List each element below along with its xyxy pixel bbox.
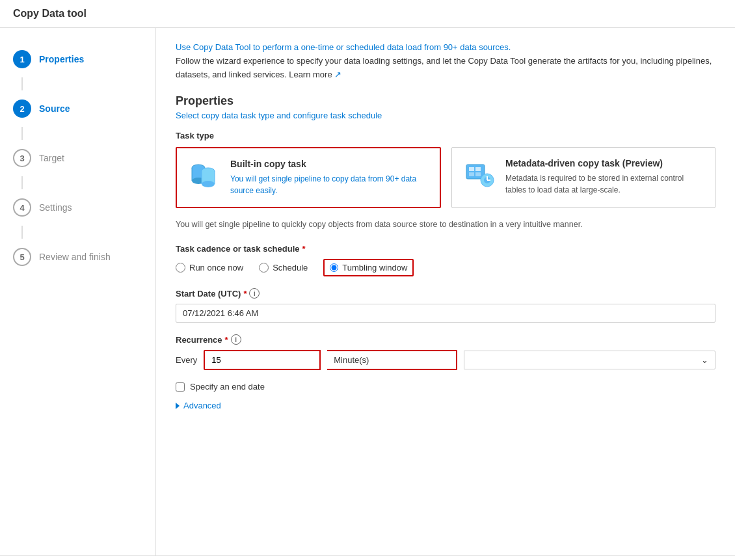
advanced-label: Advanced (183, 401, 221, 410)
app-title: Copy Data tool (13, 8, 87, 19)
info-line2: Follow the wizard experience to specify … (176, 55, 715, 82)
step-label-source: Source (39, 103, 70, 114)
radio-run-once[interactable]: Run once now (176, 263, 243, 273)
sidebar-item-review[interactable]: 5 Review and finish (0, 239, 155, 275)
svg-rect-13 (469, 172, 474, 176)
radio-schedule-input[interactable] (259, 263, 269, 273)
start-date-label: Start Date (UTC) * i (176, 288, 715, 299)
step-connector-3-4 (21, 176, 23, 189)
builtin-icon (187, 159, 221, 193)
recurrence-info-icon[interactable]: i (231, 334, 241, 345)
builtin-card-title: Built-in copy task (230, 159, 429, 169)
app-header: Copy Data tool (0, 0, 735, 28)
builtin-card-desc: You will get single pipeline to copy dat… (230, 173, 429, 196)
specify-end-date-row: Specify an end date (176, 382, 715, 392)
task-card-builtin[interactable]: Built-in copy task You will get single p… (176, 147, 441, 208)
step-circle-2: 2 (13, 100, 31, 118)
step-label-settings: Settings (39, 202, 72, 213)
section-title: Properties (176, 94, 715, 108)
step-label-review: Review and finish (39, 252, 111, 262)
radio-run-once-label: Run once now (189, 263, 243, 273)
start-date-info-icon[interactable]: i (249, 288, 260, 299)
advanced-row[interactable]: Advanced (176, 401, 715, 410)
step-label-properties: Properties (39, 54, 84, 64)
radio-tumbling[interactable]: Tumbling window (323, 259, 414, 276)
pipeline-note: You will get single pipeline to quickly … (176, 219, 715, 231)
recurrence-label: Recurrence * i (176, 334, 715, 345)
step-circle-3: 3 (13, 149, 31, 167)
dropdown-chevron-icon: ⌄ (701, 355, 708, 365)
sidebar-item-settings[interactable]: 4 Settings (0, 189, 155, 226)
radio-schedule-label: Schedule (273, 263, 308, 273)
task-cadence-label: Task cadence or task schedule * (176, 244, 715, 254)
svg-rect-11 (469, 167, 474, 171)
recurrence-required: * (225, 335, 228, 345)
radio-tumbling-input[interactable] (330, 263, 338, 272)
task-cards: Built-in copy task You will get single p… (176, 147, 715, 208)
footer: ❮ Previous Next ❯ (0, 555, 735, 560)
task-cadence-group: Task cadence or task schedule * Run once… (176, 244, 715, 276)
step-circle-1: 1 (13, 50, 31, 68)
start-date-input[interactable] (176, 304, 715, 323)
metadata-card-title: Metadata-driven copy task (Preview) (505, 158, 704, 168)
sidebar-item-source[interactable]: 2 Source (0, 90, 155, 127)
step-circle-4: 4 (13, 198, 31, 217)
start-date-required: * (243, 289, 247, 299)
step-connector-2-3 (21, 127, 23, 140)
sidebar-item-properties[interactable]: 1 Properties (0, 41, 155, 77)
main-content: Use Copy Data Tool to perform a one-time… (156, 28, 735, 555)
builtin-card-text: Built-in copy task You will get single p… (230, 159, 429, 196)
learn-more-link[interactable]: Learn more ↗ (289, 70, 341, 79)
metadata-card-desc: Metadata is required to be stored in ext… (505, 172, 704, 196)
svg-point-7 (202, 181, 215, 187)
specify-end-date-label[interactable]: Specify an end date (190, 382, 265, 392)
task-card-metadata[interactable]: Metadata-driven copy task (Preview) Meta… (451, 147, 715, 208)
info-line1: Use Copy Data Tool to perform a one-time… (176, 41, 715, 55)
svg-rect-12 (475, 167, 481, 171)
metadata-icon (462, 158, 496, 192)
required-marker: * (302, 244, 306, 254)
chevron-right-icon (176, 403, 180, 409)
recurrence-group: Recurrence * i Every ⌄ (176, 334, 715, 370)
radio-schedule[interactable]: Schedule (259, 263, 308, 273)
step-label-target: Target (39, 153, 64, 163)
specify-end-date-checkbox[interactable] (176, 382, 185, 392)
metadata-card-text: Metadata-driven copy task (Preview) Meta… (505, 158, 704, 196)
recurrence-row: Every ⌄ (176, 350, 715, 370)
start-date-group: Start Date (UTC) * i (176, 288, 715, 323)
radio-group: Run once now Schedule Tumbling window (176, 259, 715, 276)
every-label: Every (176, 355, 197, 365)
info-banner: Use Copy Data Tool to perform a one-time… (176, 41, 715, 81)
section-subtitle: Select copy data task type and configure… (176, 111, 715, 120)
svg-rect-14 (475, 172, 481, 176)
recurrence-dropdown-rest[interactable]: ⌄ (464, 351, 715, 369)
task-type-label: Task type (176, 131, 715, 140)
step-connector-1-2 (21, 77, 23, 90)
recurrence-number-input[interactable] (204, 350, 321, 370)
step-connector-4-5 (21, 226, 23, 239)
sidebar-item-target[interactable]: 3 Target (0, 140, 155, 176)
recurrence-unit-input[interactable] (327, 350, 457, 370)
radio-tumbling-label: Tumbling window (342, 263, 407, 273)
sidebar: 1 Properties 2 Source 3 Target 4 Setting… (0, 28, 156, 555)
radio-run-once-input[interactable] (176, 263, 185, 273)
step-circle-5: 5 (13, 248, 31, 266)
